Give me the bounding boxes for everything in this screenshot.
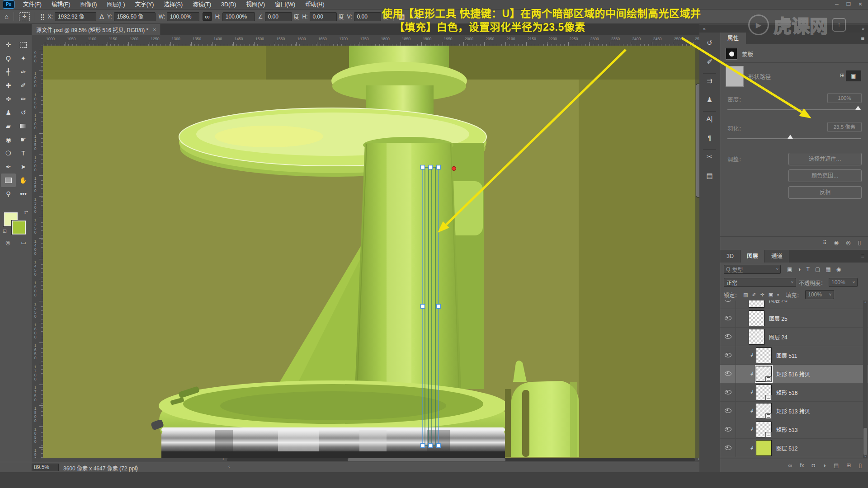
crop-tool[interactable]: ╃ xyxy=(1,65,16,79)
feather-value[interactable]: 23.5 像素 xyxy=(827,122,862,132)
brush-settings-panel-icon[interactable]: ✐ xyxy=(699,58,720,66)
visibility-cell[interactable] xyxy=(720,402,736,420)
filter-smart-objects-icon[interactable]: ▦ xyxy=(826,266,830,272)
menu-item-7[interactable]: 滤镜(T) xyxy=(188,0,216,9)
layer-row[interactable]: ↲图层 26 xyxy=(720,300,868,309)
density-slider[interactable] xyxy=(727,109,861,110)
vector-mask-icon[interactable]: ▣ xyxy=(846,70,861,81)
lock-all-icon[interactable]: ▪ xyxy=(777,292,779,298)
path-select-tool[interactable]: ➤ xyxy=(16,160,31,174)
menu-item-11[interactable]: 帮助(H) xyxy=(300,0,329,9)
menu-item-5[interactable]: 文字(Y) xyxy=(130,0,159,9)
blend-mode-dropdown[interactable]: 正常˅ xyxy=(724,278,796,287)
mask-visibility-icon[interactable]: ◎ xyxy=(846,239,850,246)
dodge-tool[interactable]: ❍ xyxy=(1,146,16,160)
shape-path-thumbnail[interactable] xyxy=(726,66,744,87)
layer-row[interactable]: ↲图层 512 xyxy=(720,439,868,457)
zoom-tool[interactable]: ⚲ xyxy=(1,187,16,201)
layer-row[interactable]: ↲图层 24 xyxy=(720,328,868,346)
layer-row[interactable]: ↲矩形 516 xyxy=(720,383,868,402)
home-icon[interactable]: ⌂ xyxy=(5,13,9,20)
character-panel-icon[interactable]: A| xyxy=(699,115,720,122)
layer-row[interactable]: ↲矩形 516 拷贝 xyxy=(720,365,868,383)
menu-item-3[interactable]: 图像(I) xyxy=(75,0,102,9)
tab-layers[interactable]: 图层 xyxy=(741,250,765,263)
background-color-swatch[interactable] xyxy=(12,221,26,235)
menu-item-9[interactable]: 视图(V) xyxy=(241,0,270,9)
lock-artboard-icon[interactable]: ▣ xyxy=(769,292,773,298)
rectangle-tool[interactable] xyxy=(1,174,16,187)
scroll-down-icon[interactable]: ˅ xyxy=(863,455,868,459)
blur-tool[interactable]: ◉ xyxy=(1,133,16,146)
type-tool[interactable]: T xyxy=(16,146,31,160)
clone-source-panel-icon[interactable]: ⇉ xyxy=(699,77,720,85)
load-selection-from-mask-icon[interactable]: ⠿ xyxy=(823,239,827,246)
eye-icon[interactable] xyxy=(725,353,731,357)
paragraph-panel-icon[interactable]: ¶ xyxy=(699,134,720,141)
color-range-button[interactable]: 颜色范围… xyxy=(788,169,862,182)
select-and-mask-button[interactable]: 选择并遮住… xyxy=(788,153,862,165)
layer-row[interactable]: ↲矩形 513 拷贝 xyxy=(720,402,868,420)
lasso-tool[interactable]: Ϙ xyxy=(1,52,16,65)
visibility-cell[interactable] xyxy=(720,309,736,327)
scroll-left-icon[interactable]: ‹ xyxy=(222,456,224,461)
visibility-cell[interactable] xyxy=(720,328,736,346)
menu-item-2[interactable]: 编辑(E) xyxy=(47,0,75,9)
clone-stamp-tool[interactable]: ♟ xyxy=(1,106,16,119)
layer-styles-icon[interactable]: fx xyxy=(800,462,804,469)
layer-thumbnail[interactable] xyxy=(756,366,772,382)
layer-row[interactable]: ↲图层 25 xyxy=(720,309,868,328)
lock-image-icon[interactable]: ✐ xyxy=(752,292,756,298)
layer-thumbnail[interactable] xyxy=(756,440,772,456)
mixer-brush-tool[interactable]: ✏ xyxy=(16,92,31,106)
layer-thumbnail[interactable] xyxy=(756,385,772,400)
field-value[interactable]: 100.00% xyxy=(222,12,255,21)
eye-icon[interactable] xyxy=(725,300,731,302)
eye-icon[interactable] xyxy=(725,446,731,450)
default-colors-icon[interactable]: ◱ xyxy=(3,229,7,233)
tab-3d[interactable]: 3D xyxy=(720,250,741,263)
delete-layer-icon[interactable]: ▯ xyxy=(859,462,862,469)
pen-tool[interactable]: ✒ xyxy=(1,160,16,174)
close-tab-icon[interactable]: × xyxy=(153,27,156,33)
swap-colors-icon[interactable]: ⇄ xyxy=(24,210,28,215)
zoom-level-field[interactable]: 89.5% xyxy=(32,464,59,471)
layer-thumbnail[interactable] xyxy=(756,403,772,419)
visibility-cell[interactable] xyxy=(720,383,736,401)
layer-thumbnail[interactable] xyxy=(756,422,772,437)
apply-mask-icon[interactable]: ◉ xyxy=(834,239,838,246)
filter-toggle-icon[interactable]: ◉ xyxy=(836,266,841,272)
layer-thumbnail[interactable] xyxy=(749,310,764,326)
maximize-icon[interactable]: ❐ xyxy=(843,0,854,9)
menu-item-8[interactable]: 3D(D) xyxy=(216,0,241,9)
gradient-tool[interactable] xyxy=(16,119,31,133)
menu-item-10[interactable]: 窗口(W) xyxy=(270,0,300,9)
scrollbar-thumb[interactable] xyxy=(348,458,505,461)
screen-mode-icon[interactable]: ▭ xyxy=(21,239,26,246)
move-tool[interactable]: ✛ xyxy=(1,38,16,52)
density-value[interactable]: 100% xyxy=(827,93,862,103)
link-layers-icon[interactable]: ∞ xyxy=(788,462,793,469)
reference-point-grid-icon[interactable]: ⣿ xyxy=(40,13,45,20)
warp-mode-icon[interactable]: ▦ xyxy=(399,13,405,21)
layer-thumbnail[interactable] xyxy=(756,347,772,363)
hand-tool[interactable]: ✋ xyxy=(16,174,31,187)
marquee-tool[interactable] xyxy=(16,38,31,52)
status-chevron-icon[interactable]: 〉 xyxy=(136,464,141,472)
smudge-tool[interactable]: ☛ xyxy=(16,133,31,146)
menu-item-1[interactable]: 文件(F) xyxy=(18,0,47,9)
mask-thumbnail[interactable] xyxy=(726,48,737,60)
filter-type-layers-icon[interactable]: T xyxy=(807,266,810,272)
new-layer-icon[interactable]: ⊞ xyxy=(846,462,851,469)
menu-item-6[interactable]: 选择(S) xyxy=(159,0,188,9)
scroll-left-icon[interactable]: ‹ xyxy=(228,464,230,469)
visibility-cell[interactable] xyxy=(720,365,736,383)
layer-row[interactable]: ↲矩形 513 xyxy=(720,420,868,439)
delete-mask-icon[interactable]: ▯ xyxy=(858,239,861,246)
layer-filter-search[interactable]: Q 类型 ˅ xyxy=(724,265,781,274)
canvas-viewport[interactable] xyxy=(43,46,699,458)
menu-item-4[interactable]: 图层(L) xyxy=(102,0,130,9)
field-value[interactable]: 1932.92 像 xyxy=(55,12,96,21)
fill-dropdown[interactable]: 100%˅ xyxy=(805,290,834,299)
density-slider-thumb[interactable] xyxy=(855,106,861,110)
